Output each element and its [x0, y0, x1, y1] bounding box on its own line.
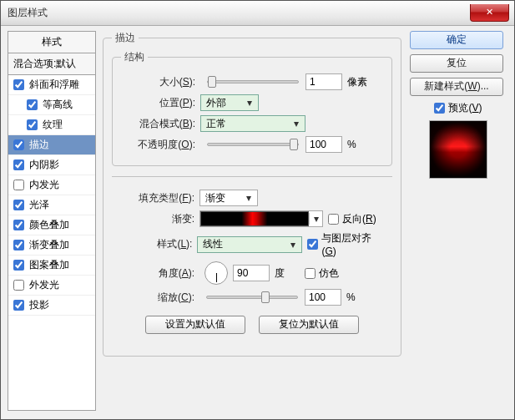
chevron-down-icon: ▾ [242, 192, 255, 204]
style-item-checkbox[interactable] [13, 240, 24, 250]
position-combo[interactable]: 外部▾ [200, 94, 259, 111]
style-item-label: 描边 [29, 138, 49, 152]
stroke-legend: 描边 [112, 31, 139, 45]
gradient-swatch [200, 211, 309, 226]
style-item-9[interactable]: 图案叠加 [8, 256, 95, 276]
style-item-2[interactable]: 纹理 [8, 115, 95, 135]
filltype-combo[interactable]: 渐变▾ [199, 190, 258, 206]
style-item-4[interactable]: 内阴影 [8, 155, 95, 175]
new-style-button[interactable]: 新建样式(W)... [410, 78, 503, 96]
style-item-label: 投影 [29, 298, 49, 312]
style-item-label: 图案叠加 [29, 258, 69, 272]
style-item-11[interactable]: 投影 [8, 296, 95, 316]
reverse-checkbox[interactable]: 反向(R) [328, 212, 376, 226]
style-item-label: 颜色叠加 [29, 218, 69, 232]
gradstyle-combo[interactable]: 线性▾ [197, 236, 302, 253]
style-item-checkbox[interactable] [13, 139, 24, 150]
dialog-buttons: 确定 复位 新建样式(W)... 预览(V) [410, 31, 507, 182]
make-default-button[interactable]: 设置为默认值 [145, 316, 245, 334]
style-item-checkbox[interactable] [13, 180, 24, 190]
style-item-label: 外发光 [29, 278, 59, 292]
style-item-label: 等高线 [43, 98, 73, 112]
chevron-down-icon: ▾ [290, 118, 303, 129]
style-item-label: 斜面和浮雕 [29, 78, 79, 92]
align-checkbox[interactable]: 与图层对齐(G) [307, 231, 384, 257]
style-item-label: 内阴影 [29, 158, 59, 172]
structure-fieldset: 结构 大小(S): 像素 位置(P): 外部▾ 混合模式(B): 正常▾ [112, 50, 392, 166]
gradient-picker[interactable]: ▾ [199, 210, 323, 227]
scale-input[interactable] [305, 289, 341, 306]
style-item-label: 纹理 [43, 118, 63, 132]
ok-button[interactable]: 确定 [410, 31, 503, 49]
style-item-label: 光泽 [29, 198, 49, 212]
opacity-unit: % [347, 139, 356, 150]
window-title: 图层样式 [8, 6, 48, 20]
close-button[interactable]: ✕ [470, 4, 509, 22]
blend-options-row[interactable]: 混合选项:默认 [8, 53, 95, 75]
style-item-checkbox[interactable] [13, 79, 24, 90]
style-item-checkbox[interactable] [13, 159, 24, 170]
style-item-label: 内发光 [29, 178, 59, 192]
style-item-7[interactable]: 颜色叠加 [8, 215, 95, 235]
stroke-fieldset: 描边 结构 大小(S): 像素 位置(P): 外部▾ 混合模式(B): [103, 31, 401, 357]
reset-button[interactable]: 复位 [410, 54, 503, 73]
style-item-label: 渐变叠加 [29, 238, 69, 252]
style-item-10[interactable]: 外发光 [8, 276, 95, 296]
style-item-checkbox[interactable] [27, 119, 38, 130]
preview-checkbox[interactable]: 预览(V) [410, 101, 507, 115]
size-slider[interactable] [207, 80, 299, 83]
scale-unit: % [346, 291, 356, 303]
style-item-5[interactable]: 内发光 [8, 175, 95, 195]
style-item-3[interactable]: 描边 [8, 135, 95, 155]
style-item-checkbox[interactable] [13, 220, 24, 230]
filltype-label: 填充类型(F): [120, 191, 199, 205]
gradient-label: 渐变: [120, 212, 199, 226]
style-item-checkbox[interactable] [13, 280, 24, 291]
scale-label: 缩放(C): [120, 291, 199, 305]
preview-thumbnail [429, 120, 487, 179]
blendmode-combo[interactable]: 正常▾ [200, 115, 305, 132]
reset-default-button[interactable]: 复位为默认值 [259, 316, 359, 334]
style-item-1[interactable]: 等高线 [8, 95, 95, 115]
styles-list: 样式 混合选项:默认 斜面和浮雕等高线纹理描边内阴影内发光光泽颜色叠加渐变叠加图… [8, 31, 96, 411]
titlebar: 图层样式 ✕ [1, 1, 514, 26]
opacity-input[interactable] [305, 136, 342, 153]
angle-label: 角度(A): [120, 266, 199, 281]
position-label: 位置(P): [121, 96, 200, 110]
style-item-checkbox[interactable] [13, 200, 24, 210]
opacity-label: 不透明度(O): [121, 138, 200, 152]
fill-fieldset: 填充类型(F): 渐变▾ 渐变: ▾ 反向(R) 样式(L): 线性▾ 与图层对… [112, 176, 392, 342]
style-item-0[interactable]: 斜面和浮雕 [8, 75, 95, 95]
chevron-down-icon: ▾ [286, 239, 300, 250]
angle-unit: 度 [275, 266, 285, 281]
size-input[interactable] [305, 73, 342, 90]
layer-style-dialog: 图层样式 ✕ 样式 混合选项:默认 斜面和浮雕等高线纹理描边内阴影内发光光泽颜色… [0, 0, 515, 420]
style-item-checkbox[interactable] [27, 99, 38, 110]
style-item-6[interactable]: 光泽 [8, 195, 95, 215]
size-unit: 像素 [347, 75, 367, 89]
size-label: 大小(S): [121, 75, 200, 89]
stroke-settings: 描边 结构 大小(S): 像素 位置(P): 外部▾ 混合模式(B): [103, 31, 401, 411]
blendmode-label: 混合模式(B): [121, 117, 200, 131]
angle-input[interactable] [233, 265, 270, 281]
opacity-slider[interactable] [207, 143, 299, 146]
angle-dial[interactable] [204, 261, 228, 285]
chevron-down-icon: ▾ [309, 213, 322, 225]
gradstyle-label: 样式(L): [120, 237, 197, 251]
dither-checkbox[interactable]: 仿色 [305, 266, 339, 281]
styles-header: 样式 [8, 32, 95, 53]
chevron-down-icon: ▾ [243, 97, 256, 109]
style-item-checkbox[interactable] [13, 300, 24, 311]
style-item-8[interactable]: 渐变叠加 [8, 235, 95, 256]
structure-legend: 结构 [121, 50, 148, 64]
style-item-checkbox[interactable] [13, 260, 24, 271]
scale-slider[interactable] [206, 296, 298, 299]
